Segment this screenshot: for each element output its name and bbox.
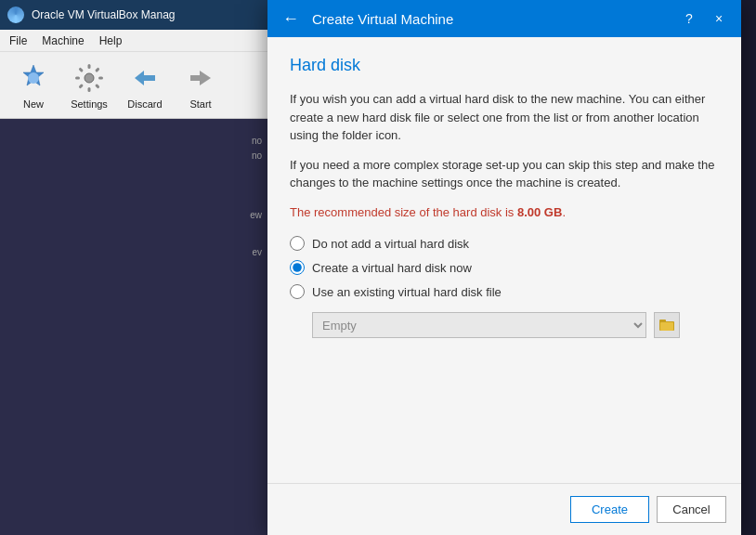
svg-rect-5 <box>98 76 103 79</box>
start-icon <box>184 61 217 95</box>
svg-rect-8 <box>78 84 84 89</box>
toolbar-new-label: New <box>23 98 44 110</box>
new-icon <box>17 61 50 95</box>
dialog-title: Create Virtual Machine <box>312 11 453 27</box>
side-text-area: nono ew ev <box>0 119 269 268</box>
app-content: nono ew ev <box>0 119 269 535</box>
toolbar: New Settings <box>0 52 269 119</box>
recommended-prefix: The recommended size of the hard disk is <box>290 205 517 219</box>
dialog-body: Hard disk If you wish you can add a virt… <box>267 37 741 483</box>
disk-option-group: Do not add a virtual hard disk Create a … <box>290 236 719 338</box>
svg-point-1 <box>28 72 39 84</box>
existing-disk-dropdown[interactable]: Empty <box>312 312 646 338</box>
svg-rect-6 <box>95 84 100 89</box>
dialog-close-button[interactable]: × <box>708 7 730 30</box>
menu-file[interactable]: File <box>4 33 33 49</box>
svg-rect-15 <box>660 322 673 331</box>
existing-disk-row: Empty <box>312 312 719 338</box>
menu-help[interactable]: Help <box>94 33 128 49</box>
create-vm-dialog: ← Create Virtual Machine ? × Hard disk I… <box>267 0 741 535</box>
svg-rect-4 <box>95 67 100 72</box>
recommended-suffix: . <box>562 205 566 219</box>
radio-existing-disk-input[interactable] <box>290 284 305 299</box>
folder-icon <box>659 319 674 332</box>
radio-create-disk[interactable]: Create a virtual hard disk now <box>290 260 719 275</box>
dialog-titlebar-left: ← Create Virtual Machine <box>279 8 453 29</box>
svg-rect-7 <box>88 87 91 92</box>
app-titlebar: Oracle VM VirtualBox Manag <box>0 0 269 30</box>
recommended-size: 8.00 GB <box>517 205 562 219</box>
radio-existing-disk-label: Use an existing virtual hard disk file <box>312 285 502 299</box>
folder-browse-button[interactable] <box>654 312 680 338</box>
app-title: Oracle VM VirtualBox Manag <box>32 8 176 21</box>
settings-icon <box>72 61 106 95</box>
svg-marker-12 <box>190 71 211 85</box>
description-text-1: If you wish you can add a virtual hard d… <box>290 90 719 145</box>
svg-rect-3 <box>88 64 91 69</box>
section-title: Hard disk <box>290 56 719 75</box>
svg-rect-10 <box>78 67 84 72</box>
create-button[interactable]: Create <box>570 496 649 523</box>
toolbar-discard-label: Discard <box>127 98 162 110</box>
dialog-titlebar-controls: ? × <box>678 7 730 30</box>
recommended-text: The recommended size of the hard disk is… <box>290 203 719 222</box>
app-menubar: File Machine Help <box>0 30 269 52</box>
toolbar-start-button[interactable]: Start <box>175 58 227 113</box>
toolbar-settings-label: Settings <box>71 98 108 110</box>
svg-rect-9 <box>75 76 80 79</box>
toolbar-discard-button[interactable]: Discard <box>119 58 171 113</box>
dialog-help-button[interactable]: ? <box>678 7 700 30</box>
radio-existing-disk[interactable]: Use an existing virtual hard disk file <box>290 284 719 299</box>
dialog-titlebar: ← Create Virtual Machine ? × <box>267 0 741 37</box>
radio-no-disk-input[interactable] <box>290 236 305 251</box>
toolbar-start-label: Start <box>189 98 211 110</box>
radio-create-disk-input[interactable] <box>290 260 305 275</box>
dialog-back-button[interactable]: ← <box>279 8 303 29</box>
toolbar-new-button[interactable]: New <box>7 58 59 113</box>
virtualbox-icon <box>7 7 24 23</box>
svg-marker-11 <box>135 71 155 85</box>
toolbar-settings-button[interactable]: Settings <box>63 58 115 113</box>
radio-no-disk[interactable]: Do not add a virtual hard disk <box>290 236 719 251</box>
radio-create-disk-label: Create a virtual hard disk now <box>312 261 472 275</box>
discard-icon <box>128 61 162 95</box>
dialog-footer: Create Cancel <box>267 483 741 535</box>
cancel-button[interactable]: Cancel <box>657 496 726 523</box>
menu-machine[interactable]: Machine <box>36 33 89 49</box>
svg-point-2 <box>85 73 94 83</box>
radio-no-disk-label: Do not add a virtual hard disk <box>312 237 469 251</box>
app-window: Oracle VM VirtualBox Manag File Machine … <box>0 0 269 535</box>
description-text-2: If you need a more complex storage set-u… <box>290 156 719 192</box>
